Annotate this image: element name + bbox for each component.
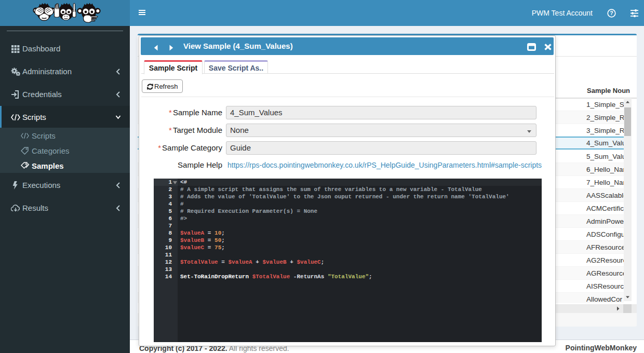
- svg-text:?: ?: [610, 10, 613, 16]
